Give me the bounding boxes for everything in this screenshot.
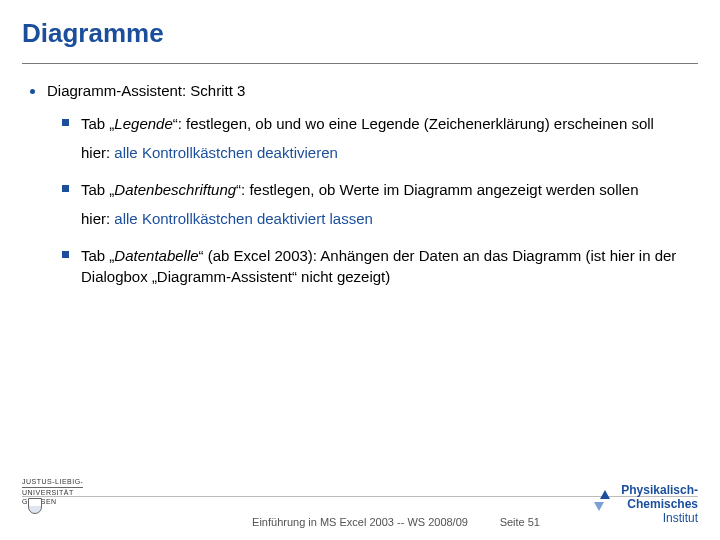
bullet-square-icon: [62, 119, 69, 126]
bullet-dot-icon: [30, 89, 35, 94]
level1-text: Diagramm-Assistent: Schritt 3: [47, 82, 245, 99]
level2-item: Tab „Datentabelle“ (ab Excel 2003): Anhä…: [62, 245, 698, 287]
level2-item: Tab „Datenbeschriftung“: festlegen, ob W…: [62, 179, 698, 200]
arrows-icon: [591, 490, 619, 518]
bullet-square-icon: [62, 251, 69, 258]
hint-line: hier: alle Kontrollkästchen deaktivieren: [81, 144, 698, 161]
level2-text: Tab „Datentabelle“ (ab Excel 2003): Anhä…: [81, 245, 698, 287]
slide-footer: JUSTUS-LIEBIG- UNIVERSITÄTGIESSEN Einfüh…: [0, 476, 720, 540]
level2-text: Tab „Datenbeschriftung“: festlegen, ob W…: [81, 179, 639, 200]
institute-logo: Physikalisch- Chemisches Institut: [621, 484, 698, 525]
level1-item: Diagramm-Assistent: Schritt 3: [30, 82, 698, 99]
title-divider: [22, 63, 698, 64]
level2-text: Tab „Legende“: festlegen, ob und wo eine…: [81, 113, 654, 134]
footer-page-number: Seite 51: [500, 516, 540, 528]
shield-icon: [28, 498, 42, 514]
bullet-square-icon: [62, 185, 69, 192]
level2-item: Tab „Legende“: festlegen, ob und wo eine…: [62, 113, 698, 134]
hint-line: hier: alle Kontrollkästchen deaktiviert …: [81, 210, 698, 227]
slide-title: Diagramme: [22, 18, 698, 49]
